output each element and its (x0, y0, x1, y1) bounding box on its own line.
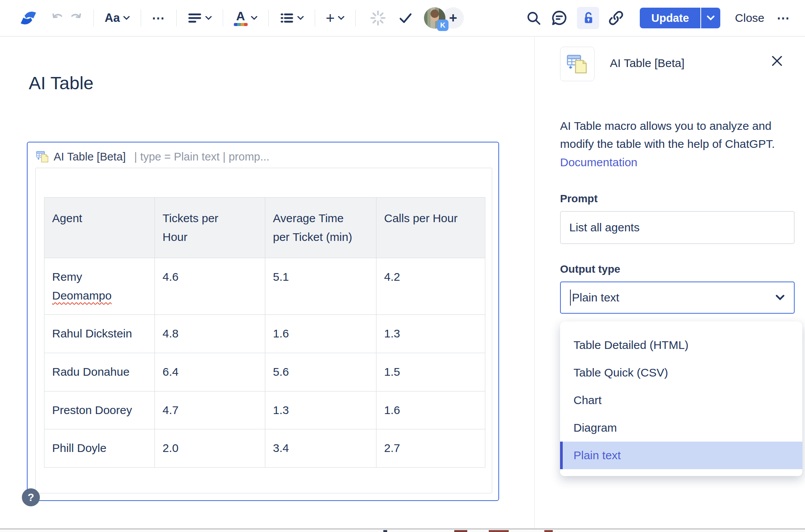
prompt-input[interactable] (560, 211, 795, 244)
editor-content-area: AI Table AI Table [Beta] | type = Plain … (0, 37, 534, 532)
value-cell[interactable]: 5.1 (265, 258, 376, 315)
toolbar-overflow-button[interactable]: ⋯ (777, 11, 790, 25)
value-cell[interactable]: 4.2 (376, 258, 485, 315)
page-title[interactable]: AI Table (29, 72, 94, 93)
value-cell[interactable]: 2.0 (155, 429, 265, 468)
comment-button[interactable] (551, 10, 568, 26)
insert-dropdown[interactable]: + (326, 10, 345, 26)
output-type-value: Plain text (572, 291, 619, 304)
alignment-dropdown[interactable] (187, 11, 212, 25)
unlock-button[interactable] (577, 7, 599, 29)
more-dots-icon: ⋯ (777, 11, 790, 25)
macro-preview-box: AgentTickets perHourAverage Timeper Tick… (35, 168, 492, 493)
chevron-down-icon (123, 16, 130, 20)
dropdown-option[interactable]: Plain text (560, 442, 802, 469)
toolbar-separator (176, 10, 177, 26)
agent-cell[interactable]: Phill Doyle (44, 429, 155, 468)
agent-cell[interactable]: Radu Donahue (44, 353, 155, 391)
toolbar-separator (355, 10, 356, 26)
comment-icon (551, 10, 568, 26)
macro-params-summary: | type = Plain text | promp... (134, 151, 269, 163)
value-cell[interactable]: 2.7 (376, 429, 485, 468)
copy-link-button[interactable] (608, 10, 624, 26)
column-header: Calls per Hour (376, 198, 485, 258)
output-type-label: Output type (560, 263, 795, 275)
saved-check-button[interactable] (398, 10, 413, 26)
more-formatting-button[interactable]: ⋯ (152, 11, 166, 25)
column-header: Agent (44, 198, 155, 258)
column-header: Average Timeper Ticket (min) (265, 198, 376, 258)
update-split-button: Update (640, 8, 720, 28)
text-caret (570, 290, 571, 306)
list-dropdown[interactable] (279, 11, 304, 25)
update-button[interactable]: Update (640, 8, 700, 28)
agent-table-header-row: AgentTickets perHourAverage Timeper Tick… (44, 198, 485, 258)
macro-help-button[interactable]: ? (22, 488, 40, 506)
search-button[interactable] (526, 10, 542, 26)
avatar-badge: K (437, 20, 449, 31)
dropdown-option[interactable]: Chart (560, 386, 802, 414)
text-color-dropdown[interactable]: A (234, 10, 258, 26)
value-cell[interactable]: 1.3 (265, 391, 376, 429)
value-cell[interactable]: 4.6 (155, 258, 265, 315)
value-cell[interactable]: 3.4 (265, 429, 376, 468)
macro-header[interactable]: AI Table [Beta] | type = Plain text | pr… (36, 150, 498, 163)
value-cell[interactable]: 6.4 (155, 353, 265, 391)
user-avatar[interactable]: K (424, 7, 445, 29)
undo-icon[interactable] (51, 10, 66, 26)
value-cell[interactable]: 5.6 (265, 353, 376, 391)
toolbar-separator (141, 10, 141, 26)
ai-table-macro[interactable]: AI Table [Beta] | type = Plain text | pr… (27, 142, 499, 501)
confluence-logo-icon[interactable] (19, 9, 38, 27)
agent-table-body: RemyDeomampo4.65.14.2Rahul Dickstein4.81… (44, 258, 485, 468)
macro-description: AI Table macro allows you to analyze and… (560, 117, 795, 153)
bullet-list-icon (279, 11, 294, 25)
misspelled-word: Deomampo (52, 289, 112, 302)
output-type-listbox: Table Detailed (HTML)Table Quick (CSV)Ch… (560, 321, 802, 476)
dropdown-option[interactable]: Table Detailed (HTML) (560, 331, 802, 359)
panel-close-button[interactable] (769, 53, 785, 69)
chevron-down-icon (297, 16, 304, 20)
search-icon (526, 10, 542, 26)
toolbar-separator (268, 10, 269, 26)
more-dots-icon: ⋯ (152, 11, 166, 25)
value-cell[interactable]: 1.5 (376, 353, 485, 391)
column-header: Tickets perHour (155, 198, 265, 258)
confluence-editor: Aa ⋯ A (0, 0, 805, 532)
value-cell[interactable]: 1.3 (376, 315, 485, 353)
panel-title: AI Table [Beta] (610, 57, 685, 70)
editor-toolbar: Aa ⋯ A (0, 0, 805, 37)
chevron-down-icon (338, 16, 345, 20)
prompt-label: Prompt (560, 193, 795, 205)
close-label: Close (735, 11, 764, 24)
agent-cell[interactable]: Rahul Dickstein (44, 315, 155, 353)
agent-cell[interactable]: Preston Doorey (44, 391, 155, 429)
value-cell[interactable]: 1.6 (265, 315, 376, 353)
value-cell[interactable]: 1.6 (376, 391, 485, 429)
value-cell[interactable]: 4.7 (155, 391, 265, 429)
update-options-button[interactable] (700, 8, 720, 28)
dropdown-option[interactable]: Diagram (560, 414, 802, 442)
screen-bottom-edge (0, 529, 805, 532)
chevron-down-icon (706, 15, 715, 21)
agent-cell[interactable]: RemyDeomampo (44, 258, 155, 315)
chevron-down-icon (775, 295, 785, 301)
table-row: Rahul Dickstein4.81.61.3 (44, 315, 485, 353)
documentation-link[interactable]: Documentation (560, 156, 637, 169)
close-button[interactable]: Close (733, 11, 767, 25)
align-text-icon (187, 11, 202, 25)
chevron-down-icon (205, 16, 212, 20)
table-row: Preston Doorey4.71.31.6 (44, 391, 485, 429)
update-label: Update (651, 12, 689, 25)
macro-config-panel: AI Table [Beta] AI Table macro allows yo… (534, 37, 805, 532)
question-mark-icon: ? (28, 491, 34, 504)
redo-icon[interactable] (67, 10, 83, 26)
ai-table-macro-icon (567, 53, 588, 75)
saving-spinner-icon (370, 10, 386, 26)
text-style-dropdown[interactable]: Aa (105, 11, 130, 25)
dropdown-option[interactable]: Table Quick (CSV) (560, 359, 802, 386)
table-row: Radu Donahue6.45.61.5 (44, 353, 485, 391)
value-cell[interactable]: 4.8 (155, 315, 265, 353)
text-color-icon: A (234, 10, 248, 26)
output-type-select[interactable]: Plain text (560, 282, 795, 314)
